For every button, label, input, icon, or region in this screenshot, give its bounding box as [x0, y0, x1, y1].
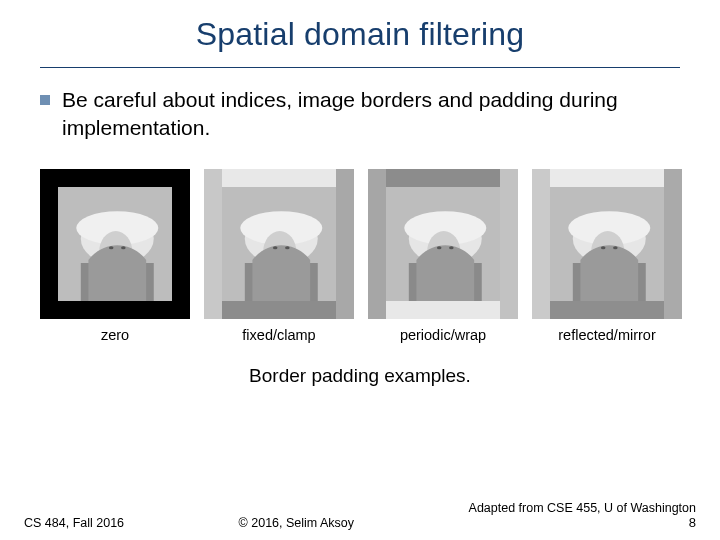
footer: CS 484, Fall 2016 © 2016, Selim Aksoy Ad… — [0, 501, 720, 530]
svg-rect-23 — [368, 169, 386, 319]
figure-label: fixed/clamp — [242, 327, 315, 343]
svg-point-6 — [109, 247, 114, 250]
figure-label: periodic/wrap — [400, 327, 486, 343]
figure-zero: zero — [40, 169, 190, 343]
svg-rect-34 — [532, 301, 682, 319]
title-block: Spatial domain filtering — [0, 0, 720, 61]
slide: Spatial domain filtering Be careful abou… — [0, 0, 720, 540]
svg-rect-10 — [204, 301, 354, 319]
bullet-item: Be careful about indices, image borders … — [40, 86, 680, 141]
svg-point-42 — [601, 247, 606, 250]
svg-point-30 — [437, 247, 442, 250]
image-icon — [368, 169, 518, 319]
svg-rect-36 — [664, 169, 682, 319]
figure-row: zero — [40, 169, 680, 343]
svg-point-7 — [121, 247, 126, 250]
thumb-zero — [40, 169, 190, 319]
figure-mirror: reflected/mirror — [532, 169, 682, 343]
svg-rect-33 — [532, 169, 682, 187]
svg-point-43 — [613, 247, 618, 250]
svg-rect-9 — [204, 169, 354, 187]
bullet-text: Be careful about indices, image borders … — [62, 86, 680, 141]
figure-caption: Border padding examples. — [40, 365, 680, 387]
page-number: 8 — [469, 515, 696, 530]
svg-rect-35 — [532, 169, 550, 319]
footer-right: Adapted from CSE 455, U of Washington 8 — [469, 501, 696, 530]
image-icon — [40, 169, 190, 319]
svg-rect-22 — [368, 301, 518, 319]
thumb-mirror — [532, 169, 682, 319]
footer-center: © 2016, Selim Aksoy — [124, 516, 469, 530]
thumb-wrap — [368, 169, 518, 319]
svg-rect-11 — [204, 169, 222, 319]
svg-rect-12 — [336, 169, 354, 319]
svg-point-18 — [273, 247, 278, 250]
image-icon — [532, 169, 682, 319]
thumb-clamp — [204, 169, 354, 319]
page-title: Spatial domain filtering — [40, 16, 680, 53]
image-icon — [204, 169, 354, 319]
svg-rect-21 — [368, 169, 518, 187]
footer-attribution: Adapted from CSE 455, U of Washington — [469, 501, 696, 515]
square-bullet-icon — [40, 95, 50, 105]
svg-rect-24 — [500, 169, 518, 319]
footer-left: CS 484, Fall 2016 — [24, 516, 124, 530]
figure-label: reflected/mirror — [558, 327, 656, 343]
body: Be careful about indices, image borders … — [0, 68, 720, 387]
svg-point-31 — [449, 247, 454, 250]
svg-point-19 — [285, 247, 290, 250]
figure-wrap: periodic/wrap — [368, 169, 518, 343]
figure-clamp: fixed/clamp — [204, 169, 354, 343]
figure-label: zero — [101, 327, 129, 343]
